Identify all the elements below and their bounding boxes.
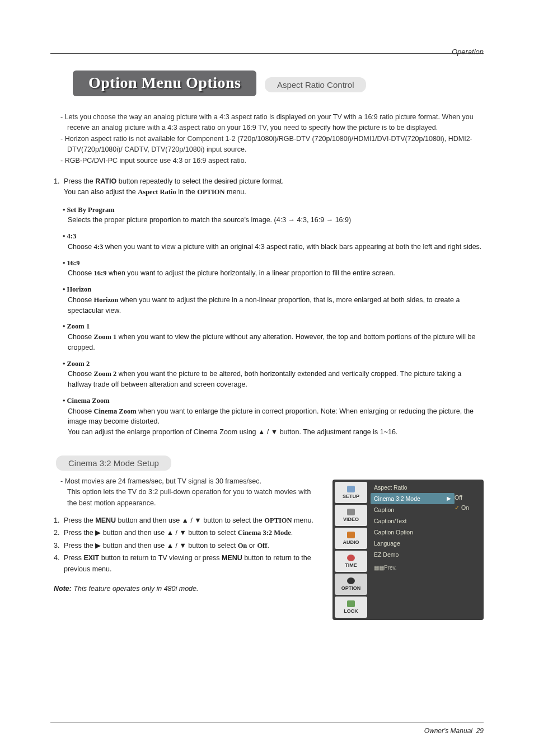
opt-body: Choose 4:3 when you want to view a pictu… — [63, 242, 484, 252]
osd-row-caption: Caption — [371, 504, 455, 515]
opt-body: Choose Zoom 1 when you want to view the … — [63, 332, 484, 353]
divider-top — [50, 53, 484, 54]
opt-4-3: 4:3 Choose 4:3 when you want to view a p… — [63, 231, 484, 252]
audio-icon — [347, 532, 355, 538]
osd-values: Off ✓ On — [455, 482, 481, 618]
t: Press the — [64, 177, 95, 185]
wrench-icon — [347, 486, 355, 492]
heading-aspect-ratio: Aspect Ratio Control — [265, 77, 367, 92]
step-text: Press EXIT button to return to TV viewin… — [64, 553, 322, 575]
note-text: This feature operates only in 480i mode. — [72, 585, 199, 593]
t: Aspect Ratio — [138, 188, 176, 196]
page-footer: Owner's Manual 29 — [424, 727, 484, 735]
page-number: 29 — [476, 727, 484, 735]
opt-heading: Zoom 2 — [63, 359, 484, 369]
t: You can also adjust the — [64, 188, 138, 196]
aspect-options: Set By Program Selects the proper pictur… — [63, 205, 484, 438]
aspect-note-3: RGB-PC/DVI-PC input source use 4:3 or 16… — [54, 156, 484, 166]
opt-set-by-program: Set By Program Selects the proper pictur… — [63, 205, 484, 226]
opt-heading: Zoom 1 — [63, 321, 484, 332]
osd-row-ezdemo: EZ Demo — [371, 549, 455, 560]
osd-tab-option: OPTION — [335, 574, 367, 595]
osd-tabs: SETUP VIDEO AUDIO TIME OPTION LOCK — [335, 482, 367, 618]
osd-menu-screenshot: SETUP VIDEO AUDIO TIME OPTION LOCK Aspec… — [332, 480, 484, 620]
chevron-right-icon: ▶ — [447, 495, 451, 501]
footer-label: Owner's Manual — [424, 727, 472, 735]
cinema-notes: Most movies are 24 frames/sec, but TV si… — [54, 476, 322, 509]
opt-heading: Set By Program — [63, 205, 484, 215]
page-title: Option Menu Options — [73, 71, 256, 96]
clock-icon — [347, 555, 355, 561]
opt-heading: 16:9 — [63, 258, 484, 269]
osd-row-captiontext: Caption/Text — [371, 515, 455, 527]
step-number: 1. — [54, 176, 64, 198]
osd-value-off: Off — [455, 494, 481, 501]
t: OPTION — [197, 188, 224, 196]
divider-bottom — [50, 722, 484, 722]
lock-icon — [347, 600, 355, 607]
opt-heading: Horizon — [63, 284, 484, 295]
step-text: Press the ▶ button and then use ▲ / ▼ bu… — [64, 528, 322, 538]
step-text: Press the RATIO button repeatedly to sel… — [64, 176, 484, 198]
aspect-steps: 1. Press the RATIO button repeatedly to … — [54, 176, 484, 198]
opt-body: Selects the proper picture proportion to… — [63, 215, 484, 226]
cinema-note-1: Most movies are 24 frames/sec, but TV si… — [54, 476, 322, 509]
aspect-notes: Lets you choose the way an analog pictur… — [54, 112, 484, 166]
osd-value-on: ✓ On — [455, 504, 481, 511]
opt-zoom1: Zoom 1 Choose Zoom 1 when you want to vi… — [63, 321, 484, 353]
osd-row-captionoption: Caption Option — [371, 527, 455, 538]
note: Note: This feature operates only in 480i… — [54, 585, 322, 593]
osd-row-language: Language — [371, 538, 455, 549]
osd-tab-video: VIDEO — [335, 505, 367, 526]
t: button repeatedly to select the desired … — [116, 177, 284, 185]
opt-body2: You can adjust the enlarge proportion of… — [63, 427, 484, 438]
osd-row-aspect: Aspect Ratio — [371, 482, 455, 493]
heading-cinema-32: Cinema 3:2 Mode Setup — [56, 456, 171, 471]
osd-body: Aspect Ratio Cinema 3:2 Mode▶ Caption Ca… — [367, 482, 455, 618]
gear-icon — [347, 577, 355, 584]
opt-body: Choose 16:9 when you want to adjust the … — [63, 268, 484, 279]
opt-heading: Cinema Zoom — [63, 396, 484, 406]
osd-footer: ▦▦Prev. — [371, 562, 455, 573]
opt-body: Choose Cinema Zoom when you want to enla… — [63, 406, 484, 428]
t: menu. — [225, 188, 246, 196]
osd-tab-setup: SETUP — [335, 482, 367, 503]
aspect-note-1: Lets you choose the way an analog pictur… — [54, 112, 484, 134]
step-text: Press the ▶ button and then use ▲ / ▼ bu… — [64, 541, 322, 551]
opt-zoom2: Zoom 2 Choose Zoom 2 when you want the p… — [63, 359, 484, 390]
opt-16-9: 16:9 Choose 16:9 when you want to adjust… — [63, 258, 484, 279]
osd-tab-time: TIME — [335, 551, 367, 572]
cinema-steps: 1.Press the MENU button and then use ▲ /… — [54, 515, 322, 575]
opt-horizon: Horizon Choose Horizon when you want to … — [63, 284, 484, 316]
check-icon: ✓ — [455, 504, 460, 511]
aspect-note-2: Horizon aspect ratio is not available fo… — [54, 134, 484, 156]
osd-row-cinema32: Cinema 3:2 Mode▶ — [371, 493, 455, 504]
video-icon — [347, 509, 355, 515]
t: RATIO — [95, 177, 116, 185]
opt-cinema-zoom: Cinema Zoom Choose Cinema Zoom when you … — [63, 396, 484, 438]
note-label: Note: — [54, 585, 72, 593]
osd-tab-audio: AUDIO — [335, 528, 367, 549]
t: in the — [176, 188, 198, 196]
step-text: Press the MENU button and then use ▲ / ▼… — [64, 515, 322, 526]
osd-tab-lock: LOCK — [335, 597, 367, 618]
opt-heading: 4:3 — [63, 231, 484, 242]
section-label: Operation — [452, 48, 484, 56]
opt-body: Choose Zoom 2 when you want the picture … — [63, 369, 484, 390]
opt-body: Choose Horizon when you want to adjust t… — [63, 295, 484, 316]
